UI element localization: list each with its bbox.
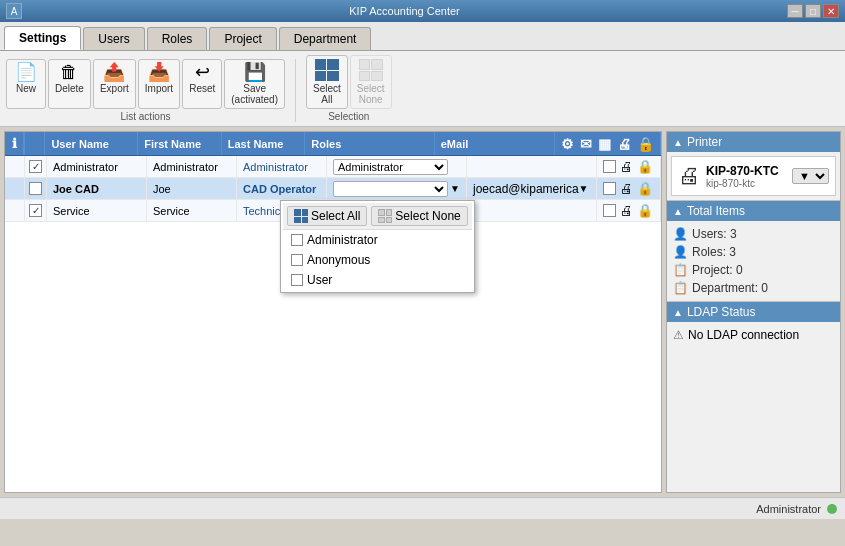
- delete-icon: 🗑: [60, 63, 78, 81]
- td-checkbox2-icon[interactable]: [603, 182, 616, 195]
- td-firstname: Joe: [147, 178, 237, 199]
- dropdown-select-none[interactable]: Select None: [371, 206, 467, 226]
- tab-project[interactable]: Project: [209, 27, 276, 50]
- td-checkbox3-icon[interactable]: [603, 204, 616, 217]
- import-icon: 📥: [148, 63, 170, 81]
- users-count-row: 👤 Users: 3: [673, 225, 834, 243]
- td-lock2-icon[interactable]: 🔒: [637, 181, 653, 196]
- main-content: ℹ User Name First Name Last Name Roles e…: [0, 127, 845, 497]
- td-check[interactable]: ✓: [25, 156, 47, 177]
- td-info: [5, 200, 25, 221]
- td-lock1-icon[interactable]: 🔒: [637, 159, 653, 174]
- th-username: User Name: [45, 132, 138, 155]
- tab-users[interactable]: Users: [83, 27, 144, 50]
- td-check[interactable]: [25, 178, 47, 199]
- delete-button[interactable]: 🗑 Delete: [48, 59, 91, 109]
- printer-section-arrow[interactable]: ▲: [673, 137, 683, 148]
- td-printer1-icon[interactable]: 🖨: [620, 159, 633, 174]
- ldap-arrow[interactable]: ▲: [673, 307, 683, 318]
- department-icon: 📋: [673, 281, 688, 295]
- save-label: Save(activated): [231, 83, 278, 105]
- table-row[interactable]: ✓ Administrator Administrator Administra…: [5, 156, 661, 178]
- reset-icon: ↩: [195, 63, 210, 81]
- info-icon: ℹ: [12, 136, 17, 151]
- project-count: Project: 0: [692, 263, 743, 277]
- tab-roles[interactable]: Roles: [147, 27, 208, 50]
- role-select-joecad[interactable]: [333, 181, 448, 197]
- dropdown-select-all[interactable]: Select All: [287, 206, 367, 226]
- total-items-header: ▲ Total Items: [667, 201, 840, 221]
- checkbox-joecad[interactable]: [29, 182, 42, 195]
- close-button[interactable]: ✕: [823, 4, 839, 18]
- ldap-section: ⚠ No LDAP connection: [667, 322, 840, 348]
- roles-icon: 👤: [673, 245, 688, 259]
- toolbar: 📄 New 🗑 Delete 📤 Export 📥 Import ↩ Reset…: [0, 51, 845, 127]
- status-user: Administrator: [756, 503, 821, 515]
- td-lock3-icon[interactable]: 🔒: [637, 203, 653, 218]
- td-printer3-icon[interactable]: 🖨: [620, 203, 633, 218]
- checkbox-admin[interactable]: ✓: [29, 160, 42, 173]
- dropdown-checkbox-admin[interactable]: [291, 234, 303, 246]
- tab-department[interactable]: Department: [279, 27, 372, 50]
- selection-label: Selection: [328, 111, 369, 122]
- app-title: KIP Accounting Center: [22, 5, 787, 17]
- td-check[interactable]: ✓: [25, 200, 47, 221]
- roles-count: Roles: 3: [692, 245, 736, 259]
- printer-name: KIP-870-KTC: [706, 164, 786, 178]
- table-row[interactable]: Joe CAD Joe CAD Operator ▼ joecad@kipame…: [5, 178, 661, 200]
- project-icon: 📋: [673, 263, 688, 277]
- window-controls: ─ □ ✕: [787, 4, 839, 18]
- th-info: ℹ: [5, 132, 24, 155]
- role-dropdown-arrow[interactable]: ▼: [450, 183, 460, 194]
- dropdown-select-all-label: Select All: [311, 209, 360, 223]
- role-select-admin[interactable]: Administrator: [333, 159, 448, 175]
- select-all-grid-icon: [294, 209, 308, 223]
- th-lastname: Last Name: [222, 132, 306, 155]
- td-info: [5, 156, 25, 177]
- dropdown-item-user[interactable]: User: [283, 270, 472, 290]
- td-checkbox-icon[interactable]: [603, 160, 616, 173]
- import-button[interactable]: 📥 Import: [138, 59, 180, 109]
- dropdown-item-admin[interactable]: Administrator: [283, 230, 472, 250]
- users-count: Users: 3: [692, 227, 737, 241]
- td-lastname: Administrator: [237, 156, 327, 177]
- th-check: [24, 132, 45, 155]
- td-roles: Administrator: [327, 156, 467, 177]
- printer-dropdown[interactable]: ▼: [792, 168, 829, 184]
- email-display: joecad@kipamerica: [473, 182, 579, 196]
- dropdown-top-bar: Select All Select None: [283, 203, 472, 230]
- select-all-icon: [315, 59, 339, 81]
- toolbar-selection-buttons: SelectAll SelectNone: [306, 55, 392, 109]
- select-none-icon: [359, 59, 383, 81]
- tab-settings[interactable]: Settings: [4, 26, 81, 50]
- email-dropdown-arrow[interactable]: ▼: [579, 183, 589, 194]
- new-button[interactable]: 📄 New: [6, 59, 46, 109]
- minimize-button[interactable]: ─: [787, 4, 803, 18]
- select-all-button[interactable]: SelectAll: [306, 55, 348, 109]
- ldap-status-row: ⚠ No LDAP connection: [673, 326, 834, 344]
- maximize-button[interactable]: □: [805, 4, 821, 18]
- checkbox-service[interactable]: ✓: [29, 204, 42, 217]
- td-printer2-icon[interactable]: 🖨: [620, 181, 633, 196]
- td-roles: ▼: [327, 178, 467, 199]
- ldap-section-label: LDAP Status: [687, 305, 755, 319]
- td-firstname: Administrator: [147, 156, 237, 177]
- td-email: [467, 200, 597, 221]
- select-none-button[interactable]: SelectNone: [350, 55, 392, 109]
- td-firstname: Service: [147, 200, 237, 221]
- dropdown-item-anonymous[interactable]: Anonymous: [283, 250, 472, 270]
- new-label: New: [16, 83, 36, 94]
- total-items-arrow[interactable]: ▲: [673, 206, 683, 217]
- users-icon: 👤: [673, 227, 688, 241]
- th-email: eMail: [435, 132, 555, 155]
- export-button[interactable]: 📤 Export: [93, 59, 136, 109]
- th-firstname: First Name: [138, 132, 222, 155]
- role-dropdown: Select All Select None Administrator Ano…: [280, 200, 475, 293]
- dropdown-checkbox-user[interactable]: [291, 274, 303, 286]
- reset-button[interactable]: ↩ Reset: [182, 59, 222, 109]
- table-header: ℹ User Name First Name Last Name Roles e…: [5, 132, 661, 156]
- dropdown-checkbox-anonymous[interactable]: [291, 254, 303, 266]
- printer-section-label: Printer: [687, 135, 722, 149]
- save-button[interactable]: 💾 Save(activated): [224, 59, 285, 109]
- td-email: joecad@kipamerica ▼: [467, 178, 597, 199]
